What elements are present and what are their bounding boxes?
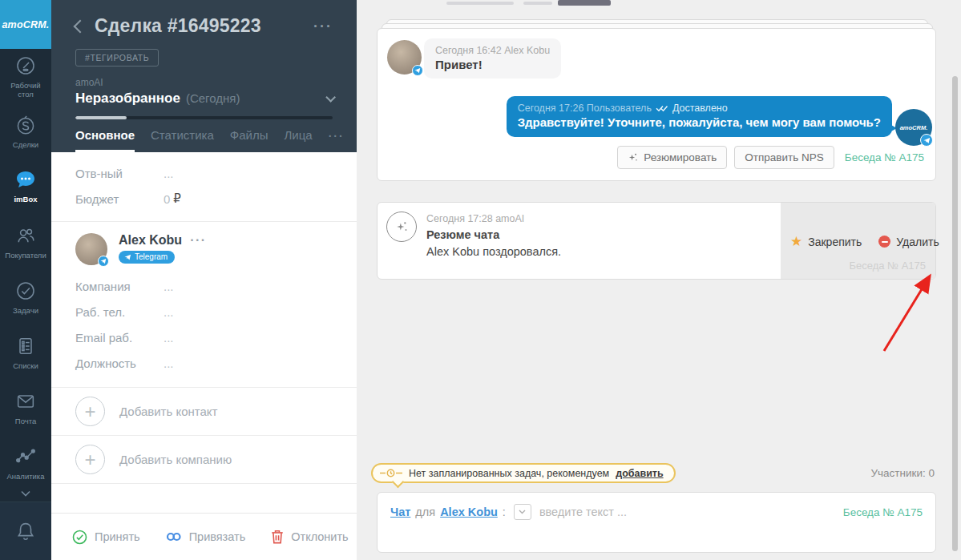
sidebar-item-label: Почта xyxy=(15,417,36,425)
conversation-number-faint: Беседа № A175 xyxy=(849,260,926,272)
field-label: Компания xyxy=(75,280,164,293)
tasks-check-icon xyxy=(14,280,37,302)
add-contact-button[interactable]: + Добавить контакт xyxy=(51,388,357,436)
field-value[interactable]: ... xyxy=(164,331,174,344)
stage-hint: (Сегодня) xyxy=(186,91,240,105)
add-company-button[interactable]: + Добавить компанию xyxy=(51,436,357,484)
trash-icon xyxy=(271,530,284,544)
notifications-bell[interactable] xyxy=(0,502,51,560)
amoai-sparkles-icon xyxy=(386,212,417,242)
pin-star-icon[interactable]: ★ xyxy=(790,235,802,248)
sidebar-item-buyers[interactable]: Покупатели xyxy=(0,215,51,270)
add-tag-button[interactable]: #ТЕГИРОВАТЬ xyxy=(75,49,159,66)
field-value[interactable]: ... xyxy=(164,280,174,293)
deal-title: Сделка #16495223 xyxy=(95,15,313,37)
conversation-number-link[interactable]: Беседа № A175 xyxy=(845,151,924,163)
deal-fields: Отв-ный ... Бюджет 0 ₽ xyxy=(51,152,357,222)
sidebar-item-label: imBox xyxy=(14,195,37,203)
field-label: Бюджет xyxy=(75,192,164,206)
sidebar-item-desktop[interactable]: Рабочий стол xyxy=(0,49,51,104)
add-task-link[interactable]: добавить xyxy=(616,468,663,479)
tab-files[interactable]: Файлы xyxy=(230,128,269,152)
pin-button[interactable]: Закрепить xyxy=(808,236,862,248)
stage-name: Неразобранное xyxy=(75,91,180,107)
message-input[interactable] xyxy=(539,506,838,518)
tabs-more-button[interactable]: ··· xyxy=(329,130,345,152)
tab-persons[interactable]: Лица xyxy=(284,128,312,152)
clipped-content-above xyxy=(446,2,514,5)
vertical-scrollbar[interactable] xyxy=(952,76,958,551)
contact-name[interactable]: Alex Kobu xyxy=(119,233,182,248)
accept-button[interactable]: Принять xyxy=(72,530,140,545)
field-value[interactable]: ... xyxy=(164,167,174,180)
channel-type-link[interactable]: Чат xyxy=(390,506,410,518)
annotation-arrow xyxy=(874,268,942,357)
dashboard-gauge-icon xyxy=(14,54,37,77)
sidebar-item-tasks[interactable]: Задачи xyxy=(0,270,51,325)
deal-panel: Сделка #16495223 ··· #ТЕГИРОВАТЬ amoAI Н… xyxy=(51,0,357,560)
amoai-avatar: amoCRM. xyxy=(895,109,932,146)
amoai-avatar-logo: amoCRM. xyxy=(900,124,928,131)
conversation-card: Сегодня 16:42 Alex Kobu Привет! Сегодня … xyxy=(377,28,936,181)
sidebar-expand-chevron[interactable] xyxy=(0,490,51,502)
contact-menu-button[interactable]: ··· xyxy=(190,233,206,248)
field-row-budget: Бюджет 0 ₽ xyxy=(75,186,333,212)
check-circle-icon xyxy=(72,530,87,545)
field-row-company: Компания ... xyxy=(75,273,333,299)
amocrm-logo[interactable]: amoCRM. xyxy=(0,0,51,49)
chat-feed: Сегодня 16:42 Alex Kobu Привет! Сегодня … xyxy=(357,0,961,560)
summarize-button[interactable]: Резюмировать xyxy=(617,146,727,169)
sidebar-item-label: Рабочий стол xyxy=(2,81,49,99)
field-value[interactable]: ... xyxy=(164,305,174,319)
channel-dropdown[interactable] xyxy=(514,504,531,520)
message-composer: Чат для Alex Kobu : Беседа № A175 xyxy=(377,492,936,553)
back-icon[interactable] xyxy=(74,19,87,33)
sidebar-item-lists[interactable]: Списки xyxy=(0,324,51,380)
field-row-work-email: Email раб. ... xyxy=(75,324,333,350)
link-button[interactable]: Привязать xyxy=(166,530,246,543)
send-nps-label: Отправить NPS xyxy=(745,151,823,163)
contact-avatar[interactable] xyxy=(75,233,107,265)
sidebar-item-analytics[interactable]: Аналитика xyxy=(0,435,51,490)
message-actions-row: Резюмировать Отправить NPS Беседа № A175 xyxy=(617,146,924,169)
message-text: Здравствуйте! Уточните, пожалуйста, чем … xyxy=(518,115,881,129)
deal-menu-button[interactable]: ··· xyxy=(313,22,333,30)
link-label: Привязать xyxy=(189,530,246,543)
no-tasks-banner: Нет запланированных задач, рекомендуем д… xyxy=(371,463,676,483)
sidebar-item-label: Задачи xyxy=(13,306,38,315)
sidebar-item-label: Сделки xyxy=(13,140,38,149)
recipient-link[interactable]: Alex Kobu xyxy=(440,506,498,518)
deal-action-bar: Принять Привязать Отклонить xyxy=(51,513,357,560)
sidebar-item-label: Аналитика xyxy=(6,472,44,481)
contact-avatar[interactable] xyxy=(387,40,422,75)
telegram-source-badge: Telegram xyxy=(119,251,175,264)
delivered-check-icon xyxy=(656,104,668,112)
sidebar-item-mail[interactable]: Почта xyxy=(0,380,51,435)
no-tasks-text: Нет запланированных задач, рекомендуем xyxy=(409,468,609,479)
decline-button[interactable]: Отклонить xyxy=(271,530,348,544)
stage-selector[interactable]: Неразобранное (Сегодня) xyxy=(75,91,333,107)
field-label: Email раб. xyxy=(75,331,164,344)
sidebar-item-imbox[interactable]: imBox xyxy=(0,159,51,215)
field-value[interactable]: ... xyxy=(164,357,174,370)
delete-minus-icon[interactable] xyxy=(878,236,890,248)
conversation-number-link[interactable]: Беседа № A175 xyxy=(843,506,923,518)
ai-sparkles-icon xyxy=(628,152,638,163)
tab-main[interactable]: Основное xyxy=(75,128,135,152)
delete-button[interactable]: Удалить xyxy=(896,236,939,248)
plus-icon: + xyxy=(75,397,105,426)
analytics-chart-icon xyxy=(14,445,37,468)
link-chain-icon xyxy=(166,531,182,542)
stage-progress-fill xyxy=(75,116,127,119)
summary-text: Alex Kobu поздоровался. xyxy=(426,245,561,258)
field-label: Отв-ный xyxy=(75,167,164,180)
budget-value[interactable]: 0 xyxy=(164,192,170,206)
telegram-badge-icon xyxy=(98,256,109,267)
field-label: Должность xyxy=(75,357,164,370)
chat-summary-card: ★ Закрепить Удалить Беседа № A175 Сегодн… xyxy=(377,202,936,280)
field-label: Раб. тел. xyxy=(75,305,164,319)
colon-label: : xyxy=(503,506,506,518)
send-nps-button[interactable]: Отправить NPS xyxy=(734,146,834,169)
tab-statistics[interactable]: Статистика xyxy=(151,128,214,152)
sidebar-item-deals[interactable]: Сделки xyxy=(0,104,51,159)
